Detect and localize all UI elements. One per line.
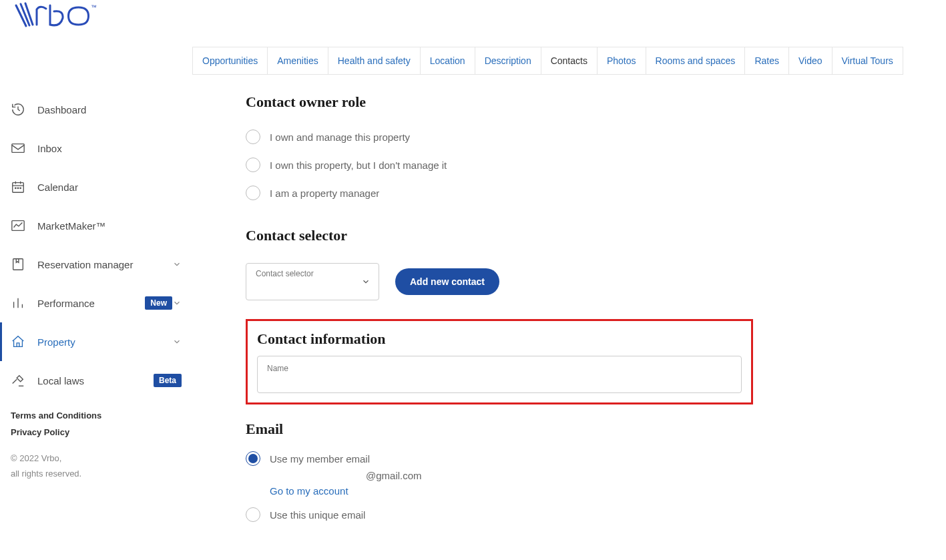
section-title-contact-info: Contact information [257, 330, 742, 348]
radio-input[interactable] [246, 451, 260, 466]
tab-opportunities[interactable]: Opportunities [192, 47, 268, 75]
svg-point-5 [20, 188, 21, 188]
sidebar-item-label: Dashboard [37, 104, 182, 115]
sidebar-item-label: Calendar [37, 182, 182, 193]
radio-input[interactable] [246, 129, 260, 144]
clock-history-icon [11, 102, 25, 117]
logo[interactable]: ™ [13, 2, 100, 30]
tab-amenities[interactable]: Amenities [268, 47, 328, 75]
radio-label: I am a property manager [270, 188, 379, 199]
tab-contacts[interactable]: Contacts [541, 47, 598, 75]
gavel-icon [11, 373, 25, 388]
house-icon [11, 334, 25, 349]
name-field[interactable]: Name [257, 356, 742, 393]
bar-chart-icon [11, 296, 25, 310]
new-badge: New [145, 296, 172, 310]
radio-input[interactable] [246, 186, 260, 200]
svg-text:™: ™ [91, 4, 97, 11]
svg-point-4 [17, 188, 18, 188]
sidebar-item-label: Local laws [37, 375, 148, 386]
section-title-email: Email [246, 421, 753, 438]
svg-rect-7 [13, 259, 23, 270]
selector-row: Contact selector Add new contact [246, 263, 753, 300]
sidebar-item-dashboard[interactable]: Dashboard [0, 90, 192, 129]
privacy-link[interactable]: Privacy Policy [11, 427, 101, 437]
input-float-label: Name [267, 364, 288, 373]
radio-row-member-email[interactable]: Use my member email [246, 451, 753, 466]
chevron-down-icon [172, 337, 182, 346]
radio-label: Use this unique email [270, 509, 365, 521]
envelope-icon [11, 141, 25, 156]
tab-video[interactable]: Video [789, 47, 833, 75]
chevron-down-icon [172, 298, 182, 308]
tab-photos[interactable]: Photos [598, 47, 646, 75]
sidebar-item-property[interactable]: Property [0, 322, 192, 361]
sidebar: Dashboard Inbox Calendar MarketMaker™ Re… [0, 90, 192, 400]
sidebar-item-label: Reservation manager [37, 259, 172, 270]
contact-selector-dropdown[interactable]: Contact selector [246, 263, 379, 300]
sidebar-item-label: Inbox [37, 143, 182, 154]
sidebar-item-inbox[interactable]: Inbox [0, 129, 192, 168]
bookmark-doc-icon [11, 257, 25, 272]
tab-description[interactable]: Description [475, 47, 541, 75]
chart-line-icon [11, 218, 25, 233]
sidebar-item-performance[interactable]: Performance New [0, 284, 192, 322]
radio-row-own-not-manage[interactable]: I own this property, but I don't manage … [246, 158, 753, 172]
sidebar-item-marketmaker[interactable]: MarketMaker™ [0, 206, 192, 245]
tab-rooms-spaces[interactable]: Rooms and spaces [646, 47, 746, 75]
tab-health-safety[interactable]: Health and safety [328, 47, 421, 75]
calendar-icon [11, 180, 25, 194]
tab-virtual-tours[interactable]: Virtual Tours [833, 47, 903, 75]
section-title-owner-role: Contact owner role [246, 93, 753, 111]
svg-rect-1 [12, 144, 24, 153]
radio-row-unique-email[interactable]: Use this unique email [246, 507, 753, 522]
sidebar-item-label: Performance [37, 298, 140, 309]
radio-input[interactable] [246, 158, 260, 172]
radio-label: I own this property, but I don't manage … [270, 160, 447, 171]
tabs: Opportunities Amenities Health and safet… [192, 47, 903, 75]
select-float-label: Contact selector [256, 269, 314, 278]
sidebar-item-calendar[interactable]: Calendar [0, 168, 192, 206]
contact-info-highlight: Contact information Name [246, 319, 753, 404]
sidebar-item-reservation-manager[interactable]: Reservation manager [0, 245, 192, 284]
main-content: Contact owner role I own and manage this… [246, 93, 753, 535]
sidebar-item-local-laws[interactable]: Local laws Beta [0, 361, 192, 400]
add-new-contact-button[interactable]: Add new contact [395, 268, 499, 295]
tab-rates[interactable]: Rates [745, 47, 789, 75]
radio-row-property-manager[interactable]: I am a property manager [246, 186, 753, 200]
go-to-account-link[interactable]: Go to my account [270, 485, 753, 497]
sidebar-item-label: MarketMaker™ [37, 220, 182, 232]
sidebar-item-label: Property [37, 336, 172, 348]
chevron-down-icon [361, 277, 371, 286]
svg-point-3 [15, 188, 16, 188]
radio-label: I own and manage this property [270, 131, 410, 143]
beta-badge: Beta [154, 374, 182, 387]
terms-link[interactable]: Terms and Conditions [11, 410, 101, 421]
member-email-value: @gmail.com [366, 470, 753, 481]
tab-location[interactable]: Location [421, 47, 475, 75]
radio-row-own-manage[interactable]: I own and manage this property [246, 129, 753, 144]
radio-input[interactable] [246, 507, 260, 522]
copyright: © 2022 Vrbo, all rights reserved. [11, 451, 101, 482]
chevron-down-icon [172, 260, 182, 269]
sidebar-footer: Terms and Conditions Privacy Policy © 20… [11, 410, 101, 482]
radio-label: Use my member email [270, 453, 370, 465]
section-title-selector: Contact selector [246, 227, 753, 244]
